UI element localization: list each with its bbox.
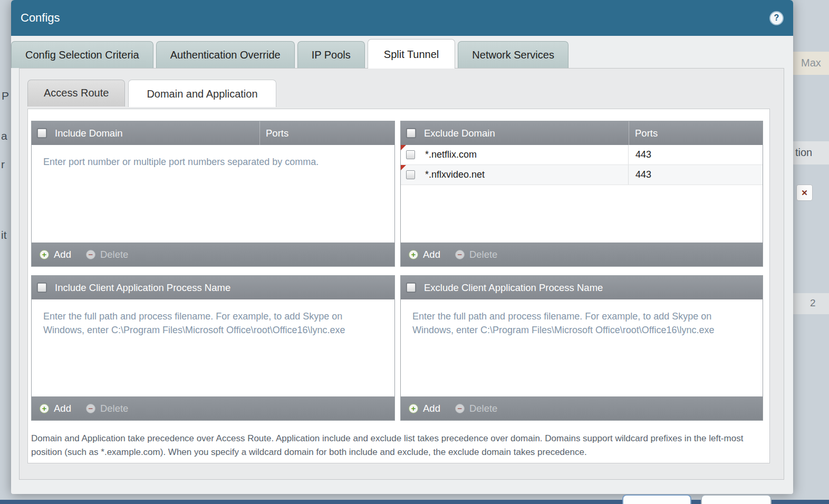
- exclude-app-footer: + Add − Delete: [401, 396, 763, 420]
- close-icon[interactable]: ✕: [796, 185, 813, 201]
- select-all-checkbox[interactable]: [407, 129, 416, 138]
- delete-button[interactable]: − Delete: [86, 249, 128, 260]
- dialog-header: Configs ?: [11, 0, 793, 36]
- add-label: Add: [54, 249, 71, 260]
- column-header: Include Domain: [55, 128, 123, 139]
- background-left-edge: P a r it: [0, 0, 11, 504]
- include-domain-footer: + Add − Delete: [32, 243, 394, 266]
- delete-label: Delete: [100, 249, 128, 260]
- column-divider: [629, 121, 629, 145]
- tab-config-selection-criteria[interactable]: Config Selection Criteria: [11, 41, 153, 68]
- plus-icon: +: [409, 250, 418, 259]
- tab-authentication-override[interactable]: Authentication Override: [156, 41, 295, 68]
- include-app-body: Enter the full path and process filename…: [32, 299, 394, 396]
- empty-table-hint: Enter port number or multiple port numbe…: [32, 145, 369, 179]
- tab-ip-pools[interactable]: IP Pools: [297, 41, 365, 68]
- exclude-domain-table: Exclude Domain Ports *.netflix.com 443: [400, 121, 763, 267]
- dialog-ok-button[interactable]: [622, 495, 691, 504]
- add-label: Add: [423, 249, 440, 260]
- delete-button[interactable]: − Delete: [86, 403, 128, 414]
- bg-text-fragment: P: [2, 90, 9, 102]
- add-button[interactable]: + Add: [40, 249, 71, 260]
- column-divider: [259, 121, 260, 145]
- plus-icon: +: [409, 404, 418, 413]
- domain-cell: *.nflxvideo.net: [425, 169, 485, 180]
- minus-icon: −: [455, 404, 465, 413]
- table-row[interactable]: *.netflix.com 443: [401, 145, 763, 165]
- exclude-app-body: Enter the full path and process filename…: [401, 299, 763, 396]
- delete-button[interactable]: − Delete: [455, 249, 497, 260]
- exclude-domain-footer: + Add − Delete: [401, 243, 763, 266]
- modified-marker-icon: [401, 165, 406, 170]
- help-icon[interactable]: ?: [769, 11, 784, 25]
- exclude-domain-header: Exclude Domain Ports: [401, 121, 763, 145]
- exclude-app-header: Exclude Client Application Process Name: [401, 276, 763, 299]
- minus-icon: −: [455, 250, 465, 259]
- bg-text-fragment: a: [1, 130, 7, 142]
- sub-tab-bar: Access Route Domain and Application: [27, 80, 276, 106]
- minus-icon: −: [86, 404, 95, 413]
- column-header: Exclude Domain: [424, 128, 495, 139]
- ports-cell: 443: [628, 145, 651, 164]
- main-tab-bar: Config Selection Criteria Authentication…: [11, 38, 568, 68]
- select-all-checkbox[interactable]: [37, 283, 46, 292]
- include-app-footer: + Add − Delete: [32, 396, 394, 420]
- bg-text-number: 2: [793, 293, 829, 314]
- modified-marker-icon: [401, 145, 406, 150]
- domain-application-content: Include Domain Ports Enter port number o…: [27, 109, 770, 463]
- screen: P a r it Max tion ✕ 2 Configs ? Config S…: [0, 0, 829, 504]
- column-header: Include Client Application Process Name: [55, 282, 230, 294]
- bg-text-max: Max: [793, 52, 829, 75]
- add-button[interactable]: + Add: [409, 249, 440, 260]
- delete-label: Delete: [469, 249, 497, 260]
- configs-dialog: Configs ? Config Selection Criteria Auth…: [11, 0, 793, 494]
- exclude-domain-body: *.netflix.com 443 *.nflxvideo.net 443: [401, 145, 763, 243]
- precedence-note: Domain and Application take precedence o…: [31, 432, 761, 460]
- dialog-cancel-button[interactable]: [701, 495, 772, 504]
- bg-text-fragment: r: [1, 158, 5, 171]
- column-header: Ports: [635, 128, 658, 139]
- exclude-app-table: Exclude Client Application Process Name …: [400, 275, 763, 421]
- tab-domain-and-application[interactable]: Domain and Application: [128, 80, 276, 107]
- plus-icon: +: [40, 250, 49, 259]
- empty-table-hint: Enter the full path and process filename…: [401, 299, 738, 347]
- include-domain-table: Include Domain Ports Enter port number o…: [31, 121, 395, 267]
- add-button[interactable]: + Add: [40, 403, 71, 414]
- plus-icon: +: [40, 404, 49, 413]
- bg-text-fragment: it: [1, 229, 7, 241]
- column-header: Exclude Client Application Process Name: [424, 282, 603, 294]
- dialog-title: Configs: [21, 11, 60, 25]
- row-checkbox[interactable]: [406, 150, 415, 159]
- bg-text-tion: tion: [793, 141, 829, 164]
- add-button[interactable]: + Add: [409, 403, 440, 414]
- include-app-table: Include Client Application Process Name …: [31, 275, 395, 421]
- column-header: Ports: [266, 128, 288, 139]
- include-app-header: Include Client Application Process Name: [32, 276, 394, 299]
- split-tunnel-panel: Access Route Domain and Application Incl…: [19, 68, 784, 480]
- delete-label: Delete: [469, 403, 497, 414]
- delete-button[interactable]: − Delete: [455, 403, 497, 414]
- empty-table-hint: Enter the full path and process filename…: [32, 299, 369, 347]
- include-domain-header: Include Domain Ports: [32, 121, 394, 145]
- add-label: Add: [423, 403, 440, 414]
- add-label: Add: [54, 403, 71, 414]
- tab-split-tunnel[interactable]: Split Tunnel: [368, 39, 456, 69]
- delete-label: Delete: [100, 403, 128, 414]
- domain-cell: *.netflix.com: [425, 149, 477, 160]
- minus-icon: −: [86, 250, 95, 259]
- tab-access-route[interactable]: Access Route: [27, 80, 125, 106]
- select-all-checkbox[interactable]: [407, 283, 416, 292]
- select-all-checkbox[interactable]: [37, 129, 46, 138]
- ports-cell: 443: [628, 165, 651, 185]
- row-checkbox[interactable]: [406, 170, 415, 179]
- table-row[interactable]: *.nflxvideo.net 443: [401, 165, 763, 185]
- include-domain-body: Enter port number or multiple port numbe…: [32, 145, 394, 243]
- tab-network-services[interactable]: Network Services: [458, 41, 568, 68]
